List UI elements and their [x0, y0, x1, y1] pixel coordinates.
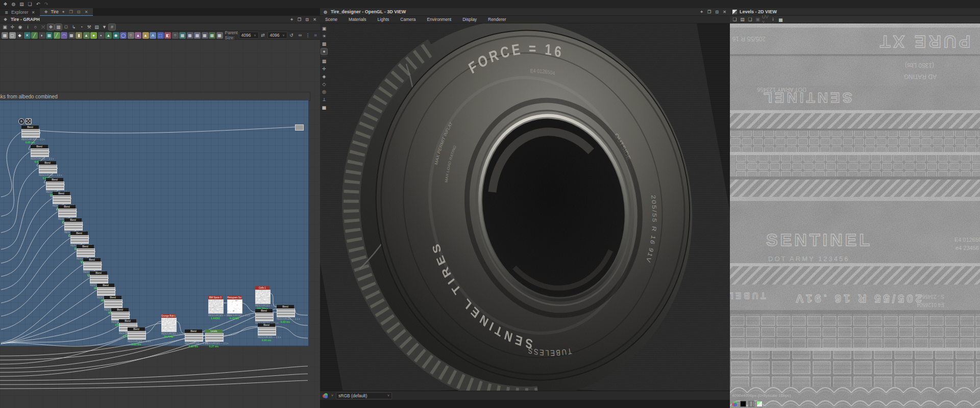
pattern-badge-icon[interactable]: [26, 118, 32, 124]
pyramid-node-icon[interactable]: ▲: [83, 32, 90, 39]
uv-select[interactable]: UV ˅: [762, 16, 769, 22]
dot-node-icon[interactable]: ●: [90, 32, 97, 39]
open-folder-icon[interactable]: ▤: [18, 1, 25, 7]
menu-scene[interactable]: Scene: [325, 17, 337, 22]
cells-1-node[interactable]: Cells 1 RESOURCES — 1:1 s 295.38ms: [255, 286, 271, 310]
blend-node[interactable]: Blend RESOURCES — 1:1 s 0.03 ms: [31, 145, 49, 163]
canvas-2d[interactable]: 205/55 R 16 .91V PURE XT (1350 Lbs) AD R…: [730, 23, 980, 408]
close-icon[interactable]: ✕: [84, 9, 89, 15]
pin-icon[interactable]: ✦: [61, 9, 66, 15]
value-node-icon[interactable]: ▪: [98, 32, 105, 39]
environment-icon[interactable]: ▩: [321, 41, 327, 47]
warp-node-icon[interactable]: ◠: [61, 32, 67, 39]
cube3d-node-icon[interactable]: ▮: [76, 32, 82, 39]
reroute-icon[interactable]: ↳: [70, 24, 77, 30]
menu-display[interactable]: Display: [462, 17, 477, 22]
colorspace-select[interactable]: sRGB (default)˅: [336, 392, 392, 399]
histogram-icon[interactable]: ▅: [777, 16, 784, 22]
timing-icon[interactable]: ◔: [78, 24, 85, 30]
color-management-icon[interactable]: [732, 401, 738, 406]
color-wheel-icon[interactable]: ◯: [120, 32, 127, 39]
curve-node-icon[interactable]: ╱: [31, 32, 38, 39]
pattern2-icon[interactable]: ▦: [187, 32, 193, 39]
material-globe-icon[interactable]: ◍: [10, 1, 17, 7]
blend-node[interactable]: Blend RESOURCES — 1:1 s 0.05 ms: [185, 329, 203, 348]
histogram-scan-node[interactable]: Histogram Scan RESOURCES — 1:1 s 6.45386: [227, 296, 242, 320]
grunge-rub-large-node[interactable]: Grunge Rub Large RESOURCES — 1:1 s 16.74…: [161, 314, 177, 338]
pattern4-icon[interactable]: ▦: [202, 32, 208, 39]
link-size-icon[interactable]: ⇄: [260, 32, 266, 38]
channel-shuffle-icon[interactable]: ✕: [24, 32, 31, 39]
redo-icon[interactable]: ↷: [43, 1, 50, 7]
close-icon[interactable]: ✕: [312, 17, 317, 22]
menu-camera[interactable]: Camera: [400, 17, 415, 22]
undo-icon[interactable]: ↶: [35, 1, 41, 7]
levels-node-icon[interactable]: ▲: [142, 32, 149, 39]
pattern5-icon[interactable]: ▦: [209, 32, 215, 39]
blend-node-icon[interactable]: ◆: [16, 32, 23, 39]
channels-icon[interactable]: [748, 401, 754, 407]
pan-icon[interactable]: ✛: [9, 24, 16, 30]
light-icon[interactable]: ☀: [321, 33, 327, 39]
hsl-node-icon[interactable]: ▲: [135, 32, 141, 39]
snapshot-icon[interactable]: ◉: [17, 24, 23, 30]
maximize-icon[interactable]: ⊡: [304, 17, 310, 22]
cut-links-icon[interactable]: ⤬: [40, 24, 46, 30]
menu-lights[interactable]: Lights: [378, 17, 389, 22]
camera-icon[interactable]: ▣: [321, 26, 327, 32]
duplicate-icon[interactable]: ❏: [27, 1, 33, 7]
save-icon[interactable]: ▤: [739, 16, 746, 22]
tools-icon[interactable]: ⚒: [86, 24, 92, 30]
geometry-icon[interactable]: ◇: [321, 81, 327, 87]
wireframe-icon[interactable]: ◈: [321, 73, 327, 80]
bitmap-node-icon[interactable]: ▦: [2, 32, 8, 39]
display-icon[interactable]: ◎: [321, 89, 327, 95]
blend-node[interactable]: Blend RESOURCES — 1:1 s 0.03 ms: [128, 327, 146, 346]
gradient-node-icon[interactable]: ▲: [105, 32, 112, 39]
blend-node[interactable]: Blend RESOURCES — 1:1 s 0.04 ms: [258, 323, 276, 342]
tab-tire[interactable]: ❖ Tire ✦❐⊡✕: [40, 8, 93, 16]
menu-renderer[interactable]: Renderer: [488, 17, 506, 22]
thumbnail-icon[interactable]: [756, 401, 763, 407]
directional-warp-icon[interactable]: ▦: [46, 32, 53, 39]
tab-explorer[interactable]: ≣ Explorer ✕: [0, 9, 40, 16]
pattern1-icon[interactable]: ▦: [179, 32, 186, 39]
slope-blur-icon[interactable]: ╱: [54, 32, 60, 39]
transform-node-icon[interactable]: ⬚: [157, 32, 164, 39]
bitmap-badge-icon[interactable]: B: [18, 118, 24, 124]
grid-snap-icon[interactable]: #: [109, 24, 115, 30]
close-icon[interactable]: ✕: [31, 10, 36, 15]
svg-node-icon[interactable]: ▢: [9, 32, 16, 39]
paste-icon[interactable]: ❏: [747, 16, 753, 22]
bw-spots-3-node[interactable]: BW Spots 3 RESOURCES — 1:1 s 1.44362: [208, 296, 224, 320]
stats-icon[interactable]: ▅: [321, 104, 327, 110]
background-swatch[interactable]: [740, 401, 746, 407]
levels-node[interactable]: Levels RESOURCES — 1:1 s 0.27 ms: [205, 329, 224, 348]
search-icon[interactable]: ○: [32, 24, 39, 30]
viewport-3d[interactable]: ▣☀▩●▦✛◈◇◎⟂▅: [320, 23, 730, 400]
thumbnails-icon[interactable]: ▦: [55, 24, 62, 30]
float-icon[interactable]: ❐: [297, 17, 302, 22]
node-link-icon[interactable]: ❖: [47, 24, 54, 30]
maximize-icon[interactable]: ⊡: [714, 9, 720, 15]
maximize-icon[interactable]: ⊡: [76, 9, 82, 15]
tile-node-icon[interactable]: ▦: [68, 32, 75, 39]
paint-node-icon[interactable]: ◧: [164, 32, 171, 39]
more-dots-icon[interactable]: ⋮: [305, 32, 311, 38]
present-icon[interactable]: ▤: [93, 24, 100, 30]
tripod-icon[interactable]: ⟂: [321, 96, 327, 103]
pin-icon[interactable]: ✦: [699, 9, 704, 15]
uniform-color-icon[interactable]: ◉: [113, 32, 119, 39]
graph-canvas[interactable]: sks from albedo combined B Blend RESOURC…: [0, 40, 320, 408]
size-select[interactable]: 4096˅: [267, 32, 287, 39]
graph-icon[interactable]: ❖: [2, 1, 9, 7]
output-node[interactable]: [295, 124, 304, 131]
clean-icon[interactable]: ▼: [101, 24, 108, 30]
pin-icon[interactable]: ✦: [289, 17, 295, 22]
blend-node[interactable]: Blend RESOURCES — 1:1 s 0.04 ms: [39, 161, 57, 180]
reset-size-icon[interactable]: ↺: [288, 32, 295, 38]
preview-icon[interactable]: ∞: [297, 32, 304, 38]
copy-image-icon[interactable]: ❏: [731, 16, 738, 22]
float-icon[interactable]: ❐: [706, 9, 712, 15]
pattern6-icon[interactable]: ▦: [216, 32, 223, 39]
